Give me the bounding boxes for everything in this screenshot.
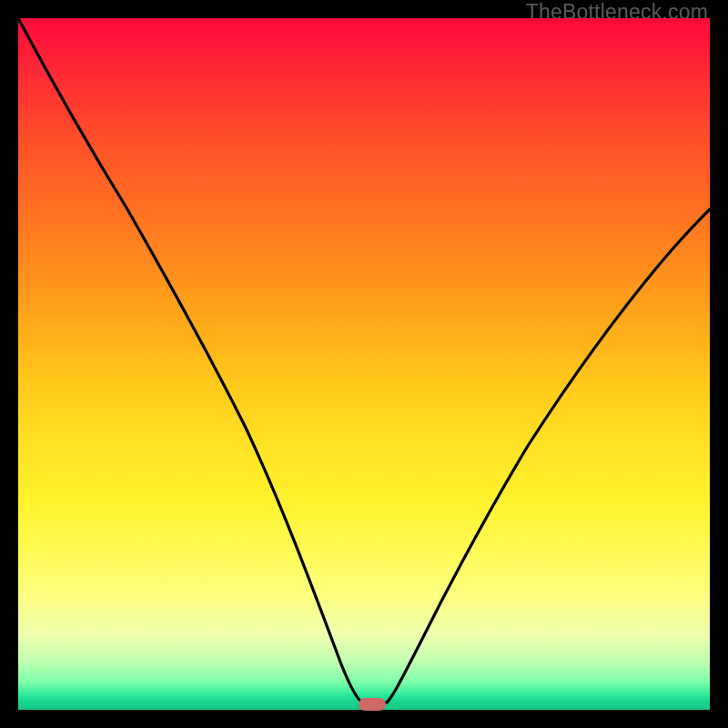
bottleneck-curve (18, 18, 710, 710)
curve-path (18, 18, 710, 703)
optimum-marker (359, 698, 386, 711)
chart-frame: TheBottleneck.com (0, 0, 728, 728)
plot-area (18, 18, 710, 710)
